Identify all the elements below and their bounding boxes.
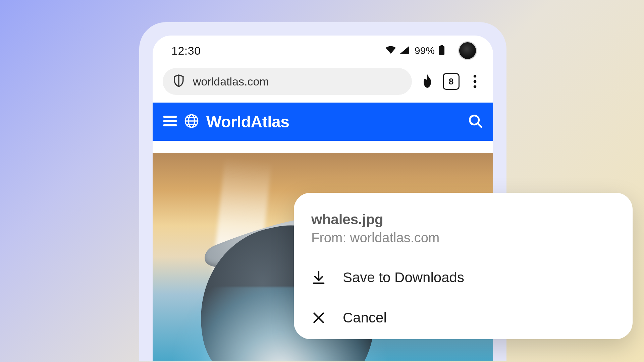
status-right: 99%	[386, 41, 477, 60]
svg-line-15	[478, 124, 482, 127]
overflow-menu-icon[interactable]	[467, 73, 483, 89]
svg-point-3	[474, 75, 477, 78]
browser-toolbar: worldatlas.com 8	[153, 66, 493, 103]
hamburger-icon[interactable]	[163, 116, 177, 128]
address-bar[interactable]: worldatlas.com	[163, 68, 412, 95]
battery-icon	[439, 45, 445, 56]
cancel-button[interactable]: Cancel	[311, 310, 615, 326]
download-filename: whales.jpg	[311, 212, 615, 228]
tab-count-button[interactable]: 8	[443, 73, 460, 90]
content-gap	[153, 141, 493, 153]
background-gradient: 12:30 99%	[0, 0, 644, 362]
svg-rect-8	[163, 124, 177, 126]
fire-icon[interactable]	[419, 73, 435, 89]
site-header: WorldAtlas	[153, 103, 493, 141]
search-icon[interactable]	[468, 114, 482, 129]
shield-icon	[173, 74, 185, 89]
svg-rect-0	[441, 45, 443, 46]
url-text: worldatlas.com	[193, 75, 269, 88]
status-bar: 12:30 99%	[153, 36, 493, 66]
wifi-icon	[386, 46, 396, 55]
battery-percent: 99%	[415, 45, 435, 56]
front-camera	[458, 41, 477, 60]
globe-icon	[184, 114, 199, 130]
svg-point-5	[474, 85, 477, 88]
cellular-icon	[400, 46, 409, 55]
status-time: 12:30	[171, 44, 201, 57]
site-title: WorldAtlas	[206, 113, 289, 131]
svg-rect-1	[439, 46, 444, 55]
save-to-downloads-button[interactable]: Save to Downloads	[311, 269, 615, 286]
svg-point-4	[474, 80, 477, 83]
tab-count-value: 8	[449, 76, 453, 87]
download-icon	[311, 270, 326, 285]
svg-rect-6	[163, 116, 177, 118]
close-icon	[311, 312, 326, 324]
download-bottom-sheet: whales.jpg From: worldatlas.com Save to …	[294, 193, 633, 339]
cancel-label: Cancel	[343, 310, 387, 326]
svg-rect-7	[163, 120, 177, 122]
save-label: Save to Downloads	[343, 269, 464, 286]
download-source: From: worldatlas.com	[311, 230, 615, 245]
